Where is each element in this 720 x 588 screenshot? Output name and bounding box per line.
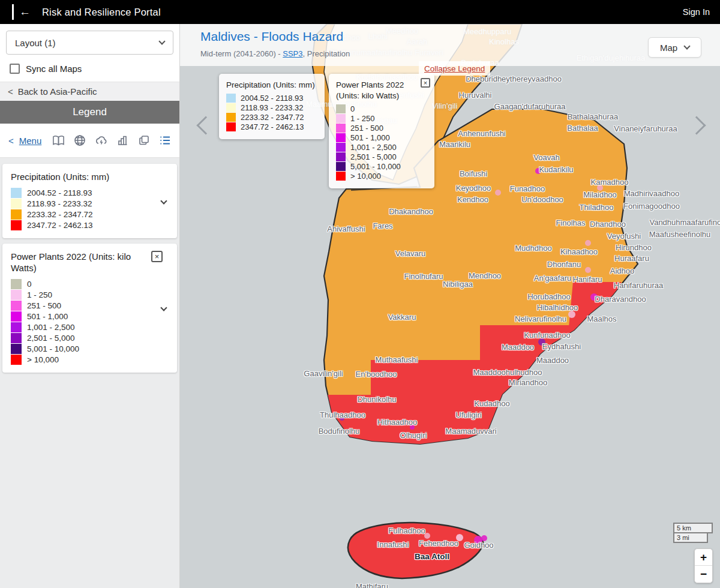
legend-swatch (11, 333, 22, 343)
legend-item: 0 (336, 104, 428, 113)
back-to-region-label: Back to Asia-Pacific (18, 86, 97, 97)
legend-item-label: 2,501 - 5,000 (350, 152, 397, 161)
legend-swatch (226, 113, 236, 122)
legend-swatch (11, 355, 22, 365)
legend-item-label: 5,001 - 10,000 (27, 344, 79, 353)
legend-swatch (336, 133, 346, 142)
scale-mi: 3 mi (673, 532, 708, 543)
legend-swatch (336, 162, 346, 171)
legend-item: 2,501 - 5,000 (336, 152, 428, 161)
legend-swatch (226, 103, 236, 112)
legend-item: 501 - 1,000 (336, 133, 428, 142)
menu-link[interactable]: < Menu (8, 136, 41, 146)
legend-item-label: 2,501 - 5,000 (27, 334, 75, 343)
legend-item-label: 2347.72 - 2462.13 (241, 122, 304, 131)
legend-swatch (336, 114, 346, 123)
ssp-link[interactable]: SSP3 (283, 49, 302, 58)
legend-item: 2347.72 - 2462.13 (11, 220, 169, 230)
legend-item-label: > 10,000 (27, 355, 59, 364)
chevron-down-icon (683, 43, 690, 49)
sync-maps-checkbox[interactable] (10, 64, 20, 74)
map-precipitation-legend: Precipitation (Units: mm) 2004.52 - 2118… (219, 74, 325, 139)
legend-item: 1,001 - 2,500 (336, 143, 428, 152)
legend-item-label: 2233.32 - 2347.72 (27, 210, 93, 219)
legend-item: 501 - 1,000 (11, 311, 169, 322)
legend-item: 5,001 - 10,000 (11, 344, 169, 354)
legend-swatch (336, 172, 346, 181)
open-book-icon[interactable] (52, 134, 65, 146)
legend-item-label: 251 - 500 (350, 124, 383, 133)
sign-in-link[interactable]: Sign In (683, 7, 710, 17)
map-canvas[interactable]: MeedhooMeedhupparuKukulhudhooLhohiAarahK… (180, 24, 720, 588)
legend-swatch (11, 188, 22, 198)
legend-item: 251 - 500 (11, 301, 169, 311)
legend-panel-header: Legend (0, 101, 179, 124)
legend-swatch (336, 143, 346, 152)
legend-item: 2233.32 - 2347.72 (11, 209, 169, 220)
collapse-legend-pill: Collapse Legend (419, 61, 490, 76)
zoom-out-button[interactable]: − (695, 566, 712, 583)
legend-item: 251 - 500 (336, 124, 428, 133)
map-power-plants-legend: Power Plants 2022 (Units: kilo Watts) × … (329, 74, 434, 188)
legend-item-label: 2004.52 - 2118.93 (241, 94, 304, 103)
legend-swatch (11, 311, 22, 322)
menu-link-label: Menu (19, 136, 42, 146)
app-window: ← Risk and Resilience Portal Sign In Lay… (0, 0, 720, 588)
legend-swatch (336, 104, 346, 113)
layout-dropdown[interactable]: Layout (1) (6, 31, 173, 55)
back-arrow-icon[interactable]: ← (19, 5, 31, 19)
legend-swatch (226, 94, 236, 103)
legend-swatch (11, 301, 22, 311)
map-power-plants-legend-title: Power Plants 2022 (Units: kilo Watts) (336, 80, 428, 101)
sync-maps-label: Sync all Maps (26, 64, 82, 74)
legend-item: 2118.93 - 2233.32 (11, 199, 169, 209)
legend-item-label: 1 - 250 (350, 114, 374, 123)
globe-icon[interactable] (74, 134, 86, 146)
legend-swatch (226, 122, 236, 131)
legend-item-label: 1,001 - 2,500 (350, 143, 397, 152)
legend-item-label: 1 - 250 (27, 290, 52, 299)
legend-swatch (11, 199, 22, 209)
legend-item-label: 1,001 - 2,500 (27, 323, 75, 332)
sidebar-legend-cards: Precipitation (Units: mm) 2004.52 - 2118… (0, 158, 179, 384)
legend-item-label: > 10,000 (350, 172, 381, 181)
legend-swatch (11, 279, 22, 289)
legend-item: 5,001 - 10,000 (336, 162, 428, 171)
map-header: Maldives - Floods Hazard Mid-term (2041-… (180, 24, 720, 66)
back-to-region-link[interactable]: < Back to Asia-Pacific (0, 82, 179, 101)
sync-maps-row: Sync all Maps (10, 64, 173, 74)
zoom-in-button[interactable]: + (695, 549, 712, 566)
legend-item-label: 2118.93 - 2233.32 (27, 199, 92, 208)
close-icon[interactable]: × (421, 78, 430, 88)
legend-swatch (11, 209, 22, 220)
precipitation-legend-title: Precipitation (Units: mm) (11, 171, 169, 183)
legend-item-label: 501 - 1,000 (27, 312, 68, 321)
legend-item-label: 0 (350, 104, 355, 113)
scenario-variable: , Precipitation (303, 49, 350, 58)
brand-divider (12, 4, 14, 20)
legend-item-label: 5,001 - 10,000 (350, 162, 401, 171)
top-bar: ← Risk and Resilience Portal Sign In (0, 0, 720, 24)
legend-item-label: 2004.52 - 2118.93 (27, 188, 92, 197)
collapse-legend-link[interactable]: Collapse Legend (424, 64, 485, 73)
map-subtitle: Mid-term (2041-2060) - SSP3, Precipitati… (200, 49, 350, 58)
copy-icon[interactable] (138, 134, 150, 146)
map-precipitation-legend-items: 2004.52 - 2118.932118.93 - 2233.322233.3… (226, 94, 319, 131)
chevron-down-icon (158, 38, 165, 44)
layout-dropdown-label: Layout (1) (15, 38, 160, 48)
list-icon[interactable] (159, 134, 171, 146)
legend-swatch (11, 290, 22, 300)
legend-item-label: 0 (27, 280, 32, 289)
chevron-left-icon: < (8, 86, 13, 97)
map-precipitation-legend-title: Precipitation (Units: mm) (226, 80, 319, 91)
basemap-dropdown-label: Map (660, 43, 677, 53)
legend-swatch (336, 152, 346, 161)
close-icon[interactable]: × (151, 251, 163, 262)
power-plants-legend-items: 01 - 250251 - 500501 - 1,0001,001 - 2,50… (11, 279, 169, 365)
basemap-dropdown[interactable]: Map (648, 37, 701, 58)
legend-item: 2347.72 - 2462.13 (226, 122, 319, 131)
legend-swatch (11, 344, 22, 354)
cloud-storm-icon[interactable] (95, 134, 108, 146)
legend-item: 1 - 250 (11, 290, 169, 300)
bar-chart-icon[interactable] (117, 134, 129, 146)
